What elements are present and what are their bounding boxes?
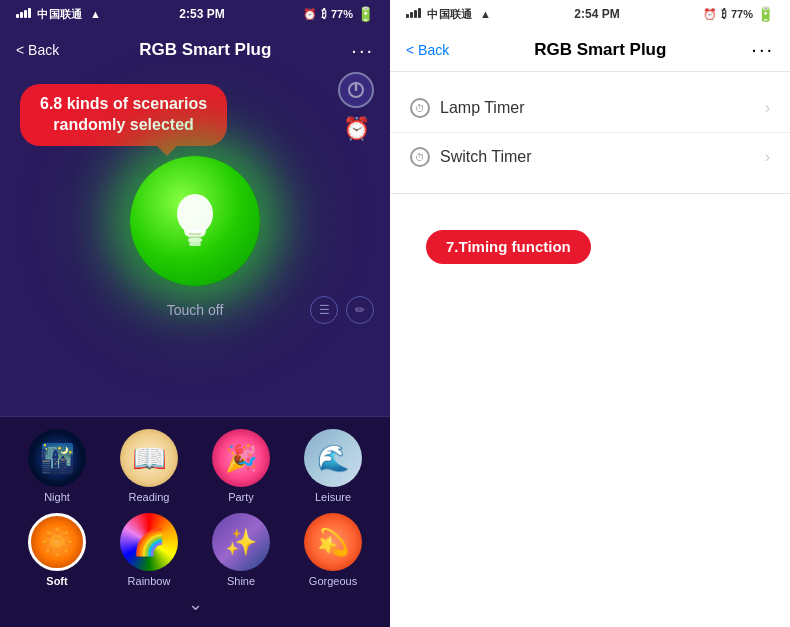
touch-off-label: Touch off — [167, 302, 224, 318]
lamp-timer-icon: ⏱ — [410, 98, 430, 118]
scenario-soft[interactable]: Soft — [16, 513, 98, 587]
bulb-area — [130, 156, 260, 286]
left-back-button[interactable]: < Back — [16, 42, 59, 58]
scenario-reading-label: Reading — [129, 491, 170, 503]
right-time: 2:54 PM — [574, 7, 619, 21]
scenarios-panel: Night Reading Party Leisure Soft Rainb — [0, 416, 390, 627]
battery-left: 77% — [331, 8, 353, 20]
scenario-shine-thumb — [212, 513, 270, 571]
timer-menu-list: ⏱ Lamp Timer › ⏱ Switch Timer › — [390, 72, 790, 194]
switch-timer-icon: ⏱ — [410, 147, 430, 167]
scenario-shine-label: Shine — [227, 575, 255, 587]
timing-function-tip-text: 7.Timing function — [446, 238, 571, 255]
scenario-rainbow-label: Rainbow — [128, 575, 171, 587]
right-battery-icon: 🔋 — [757, 6, 774, 22]
svg-point-2 — [177, 194, 213, 234]
scenario-shine[interactable]: Shine — [200, 513, 282, 587]
left-nav-title: RGB Smart Plug — [139, 40, 271, 60]
right-nav-bar: < Back RGB Smart Plug ··· — [390, 28, 790, 72]
scenario-leisure-label: Leisure — [315, 491, 351, 503]
edit-icon[interactable]: ✏ — [346, 296, 374, 324]
bluetooth-icon: ₿ — [321, 8, 327, 20]
right-carrier: 中国联通 ▲ — [406, 7, 491, 22]
svg-rect-4 — [189, 242, 201, 246]
right-signal-bars — [406, 8, 421, 18]
scenario-night-thumb — [28, 429, 86, 487]
bulb-button[interactable] — [130, 156, 260, 286]
svg-rect-3 — [188, 238, 202, 242]
right-alarm-icon: ⏰ — [703, 8, 717, 21]
lamp-timer-chevron: › — [765, 99, 770, 117]
lamp-timer-item-left: ⏱ Lamp Timer — [410, 98, 524, 118]
right-main-content: ⏱ Lamp Timer › ⏱ Switch Timer › 7.Timing… — [390, 72, 790, 627]
right-back-button[interactable]: < Back — [406, 42, 449, 58]
left-carrier: 中国联通 ▲ — [16, 7, 101, 22]
signal-bars — [16, 8, 31, 18]
right-status-bar: 中国联通 ▲ 2:54 PM ⏰ ₿ 77% 🔋 — [390, 0, 790, 28]
right-status-right: ⏰ ₿ 77% 🔋 — [703, 6, 774, 22]
scenario-rainbow[interactable]: Rainbow — [108, 513, 190, 587]
scenarios-grid: Night Reading Party Leisure Soft Rainb — [16, 429, 374, 587]
scenario-night-label: Night — [44, 491, 70, 503]
alarm-icon[interactable]: ⏰ — [343, 116, 370, 142]
menu-icon[interactable]: ☰ — [310, 296, 338, 324]
power-button[interactable] — [338, 72, 374, 108]
scenario-gorgeous-label: Gorgeous — [309, 575, 357, 587]
left-phone: 中国联通 ▲ 2:53 PM ⏰ ₿ 77% 🔋 < Back RGB Smar… — [0, 0, 390, 627]
scenario-party-thumb — [212, 429, 270, 487]
scenarios-tooltip: 6.8 kinds of scenariosrandomly selected — [20, 84, 227, 146]
left-status-right: ⏰ ₿ 77% 🔋 — [303, 6, 374, 22]
battery-icon-left: 🔋 — [357, 6, 374, 22]
switch-timer-item-left: ⏱ Switch Timer — [410, 147, 532, 167]
lamp-timer-label: Lamp Timer — [440, 99, 524, 117]
right-phone: 中国联通 ▲ 2:54 PM ⏰ ₿ 77% 🔋 < Back RGB Smar… — [390, 0, 790, 627]
switch-timer-chevron: › — [765, 148, 770, 166]
top-icons-group: ⏰ — [338, 72, 374, 142]
scenario-gorgeous[interactable]: Gorgeous — [292, 513, 374, 587]
scenario-soft-label: Soft — [46, 575, 67, 587]
scenario-leisure-thumb — [304, 429, 362, 487]
touch-off-icons: ☰ ✏ — [310, 296, 374, 324]
right-battery-pct: 77% — [731, 8, 753, 20]
left-nav-dots[interactable]: ··· — [351, 39, 374, 62]
scenario-rainbow-thumb — [120, 513, 178, 571]
scenario-reading[interactable]: Reading — [108, 429, 190, 503]
switch-timer-label: Switch Timer — [440, 148, 532, 166]
chevron-down-button[interactable]: ⌄ — [16, 587, 374, 619]
power-icon — [347, 81, 365, 99]
bulb-icon — [160, 186, 230, 256]
right-nav-title: RGB Smart Plug — [534, 40, 666, 60]
lamp-timer-item[interactable]: ⏱ Lamp Timer › — [390, 84, 790, 133]
left-nav-bar: < Back RGB Smart Plug ··· — [0, 28, 390, 72]
touch-off-row: Touch off ☰ ✏ — [0, 302, 390, 318]
left-main-content: ⏰ 6.8 kinds of scenariosrandomly selecte… — [0, 72, 390, 416]
scenario-gorgeous-thumb — [304, 513, 362, 571]
right-bluetooth-icon: ₿ — [721, 8, 727, 20]
left-status-bar: 中国联通 ▲ 2:53 PM ⏰ ₿ 77% 🔋 — [0, 0, 390, 28]
timing-function-tip: 7.Timing function — [426, 230, 591, 264]
alarm-status-icon: ⏰ — [303, 8, 317, 21]
scenario-soft-thumb — [28, 513, 86, 571]
scenario-leisure[interactable]: Leisure — [292, 429, 374, 503]
switch-timer-item[interactable]: ⏱ Switch Timer › — [390, 133, 790, 181]
right-nav-dots[interactable]: ··· — [751, 38, 774, 61]
scenarios-tooltip-text: 6.8 kinds of scenariosrandomly selected — [40, 94, 207, 136]
scenario-party[interactable]: Party — [200, 429, 282, 503]
scenario-reading-thumb — [120, 429, 178, 487]
scenario-party-label: Party — [228, 491, 254, 503]
scenario-night[interactable]: Night — [16, 429, 98, 503]
left-time: 2:53 PM — [179, 7, 224, 21]
